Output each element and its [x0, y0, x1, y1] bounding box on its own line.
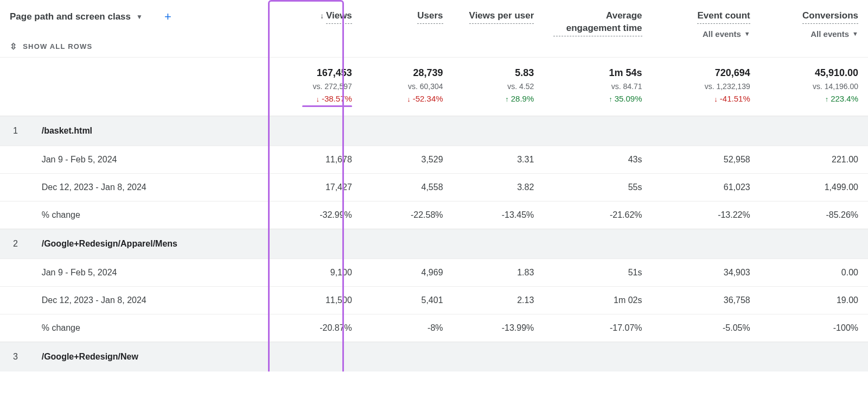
totals-row: 167,453 vs. 272,597 ↓-38.57% 28,739 vs. …	[0, 58, 868, 116]
date-range-current: Jan 9 - Feb 5, 2024	[32, 146, 271, 174]
arrow-up-icon: ↑	[609, 95, 612, 103]
date-range-previous: Dec 12, 2023 - Jan 8, 2024	[32, 287, 271, 314]
dimension-label: Page path and screen class	[10, 11, 131, 22]
show-all-rows-button[interactable]: ⇳ SHOW ALL ROWS	[10, 41, 261, 52]
sort-descending-icon: ↓	[320, 11, 324, 20]
add-dimension-button[interactable]: +	[164, 10, 171, 24]
table-subrow-change: % change -20.87% -8% -13.99% -17.07% -5.…	[0, 314, 868, 342]
dimension-picker[interactable]: Page path and screen class ▼ +	[10, 10, 261, 24]
column-header-event-count[interactable]: Event count All events ▼	[652, 0, 760, 58]
row-path: /Google+Redesign/New	[32, 342, 271, 372]
row-path: /basket.html	[32, 116, 271, 146]
table-subrow-previous: Dec 12, 2023 - Jan 8, 2024 11,500 5,401 …	[0, 287, 868, 314]
table-row[interactable]: 1 /basket.html	[0, 116, 868, 146]
chevron-down-icon: ▼	[744, 30, 750, 37]
percent-change-label: % change	[32, 202, 271, 229]
totals-vpu: 5.83 vs. 4.52 ↑28.9%	[453, 58, 544, 116]
row-index: 2	[0, 229, 32, 259]
column-header-conversions[interactable]: Conversions All events ▼	[760, 0, 868, 58]
row-path: /Google+Redesign/Apparel/Mens	[32, 229, 271, 259]
date-range-previous: Dec 12, 2023 - Jan 8, 2024	[32, 174, 271, 202]
arrow-down-icon: ↓	[714, 95, 718, 103]
totals-events: 720,694 vs. 1,232,139 ↓-41.51%	[652, 58, 760, 116]
expand-icon: ⇳	[10, 41, 17, 52]
column-header-views-per-user[interactable]: Views per user	[453, 0, 544, 58]
analytics-comparison-table: Page path and screen class ▼ + ⇳ SHOW AL…	[0, 0, 868, 371]
column-header-views[interactable]: ↓Views	[271, 0, 362, 58]
totals-users: 28,739 vs. 60,304 ↓-52.34%	[362, 58, 453, 116]
table-row[interactable]: 2 /Google+Redesign/Apparel/Mens	[0, 229, 868, 259]
table-subrow-current: Jan 9 - Feb 5, 2024 9,100 4,969 1.83 51s…	[0, 259, 868, 287]
chevron-down-icon: ▼	[852, 30, 858, 37]
views-highlight-underline	[302, 105, 352, 107]
table-subrow-change: % change -32.99% -22.58% -13.45% -21.62%…	[0, 202, 868, 229]
arrow-down-icon: ↓	[316, 95, 320, 103]
chevron-down-icon: ▼	[136, 13, 143, 21]
arrow-up-icon: ↑	[825, 95, 829, 103]
row-index: 1	[0, 116, 32, 146]
conversions-filter[interactable]: All events ▼	[810, 29, 858, 39]
totals-views: 167,453 vs. 272,597 ↓-38.57%	[271, 58, 362, 116]
table-subrow-previous: Dec 12, 2023 - Jan 8, 2024 17,427 4,558 …	[0, 174, 868, 202]
totals-conv: 45,910.00 vs. 14,196.00 ↑223.4%	[760, 58, 868, 116]
date-range-current: Jan 9 - Feb 5, 2024	[32, 259, 271, 287]
show-all-rows-label: SHOW ALL ROWS	[23, 42, 92, 51]
arrow-up-icon: ↑	[505, 95, 509, 103]
percent-change-label: % change	[32, 314, 271, 342]
arrow-down-icon: ↓	[407, 95, 411, 103]
event-count-filter[interactable]: All events ▼	[703, 29, 750, 39]
row-index: 3	[0, 342, 32, 372]
table-subrow-current: Jan 9 - Feb 5, 2024 11,678 3,529 3.31 43…	[0, 146, 868, 174]
totals-aet: 1m 54s vs. 84.71 ↑35.09%	[544, 58, 652, 116]
column-header-users[interactable]: Users	[362, 0, 453, 58]
column-header-avg-engagement[interactable]: Average engagement time	[544, 0, 652, 58]
table-row[interactable]: 3 /Google+Redesign/New	[0, 342, 868, 372]
